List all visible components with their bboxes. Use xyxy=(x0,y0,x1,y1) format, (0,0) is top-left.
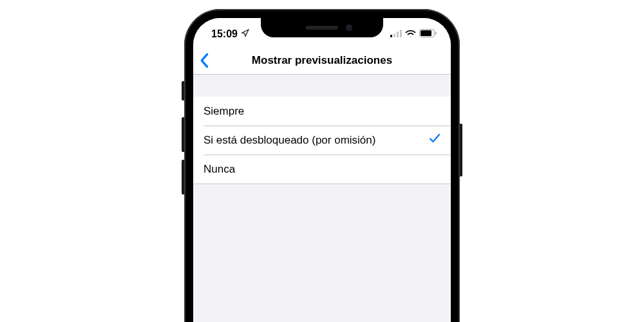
location-icon xyxy=(241,28,249,40)
wifi-icon xyxy=(405,28,416,40)
nav-bar: Mostrar previsualizaciones xyxy=(193,46,451,75)
svg-rect-3 xyxy=(400,30,402,37)
option-label: Nunca xyxy=(204,163,235,176)
svg-rect-2 xyxy=(397,32,399,37)
option-always[interactable]: Siempre xyxy=(193,97,451,126)
option-label: Siempre xyxy=(204,105,244,118)
option-when-unlocked[interactable]: Si está desbloqueado (por omisión) xyxy=(193,126,451,155)
checkmark-icon xyxy=(429,133,440,147)
power-button xyxy=(460,124,462,176)
cellular-icon xyxy=(390,28,402,40)
back-button[interactable] xyxy=(198,53,211,68)
svg-rect-0 xyxy=(390,35,392,37)
battery-icon xyxy=(419,28,437,40)
status-time: 15:09 xyxy=(211,28,238,40)
phone-frame: 15:09 xyxy=(184,9,460,322)
screen: 15:09 xyxy=(193,18,451,322)
notch xyxy=(261,18,383,37)
status-right xyxy=(390,24,437,40)
speaker xyxy=(306,26,338,30)
svg-rect-6 xyxy=(435,32,437,35)
status-left: 15:09 xyxy=(211,24,249,40)
option-never[interactable]: Nunca xyxy=(193,155,451,184)
options-list: Siempre Si está desbloqueado (por omisió… xyxy=(193,97,451,184)
chevron-left-icon xyxy=(198,53,211,68)
volume-up-button xyxy=(182,117,184,152)
svg-rect-1 xyxy=(393,33,395,37)
page-title: Mostrar previsualizaciones xyxy=(252,54,392,67)
section-gap xyxy=(193,75,451,97)
mute-switch xyxy=(182,81,184,100)
front-camera xyxy=(346,24,352,31)
option-label: Si está desbloqueado (por omisión) xyxy=(204,134,375,147)
svg-rect-5 xyxy=(421,30,431,36)
volume-down-button xyxy=(182,160,184,194)
